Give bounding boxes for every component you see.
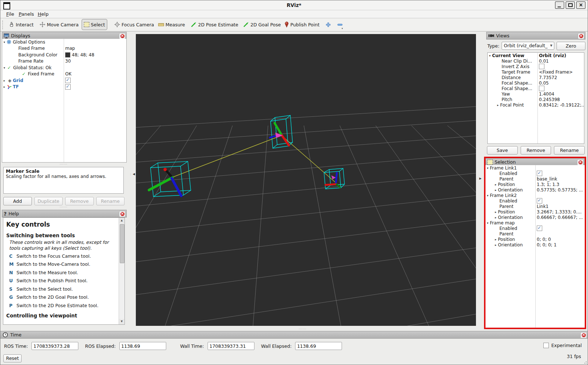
- row-enabled[interactable]: Enabled: [485, 198, 585, 204]
- expand-arrow-icon[interactable]: ▸: [494, 243, 498, 247]
- selection-tree[interactable]: ▾Frame Link1 Enabled Parentbase_link ▸Po…: [485, 165, 585, 328]
- row-global-options[interactable]: ▾Global Options: [2, 39, 126, 45]
- resize-grip[interactable]: [583, 360, 587, 364]
- row-position[interactable]: ▸Position3.2667; 1.3333; 0....: [485, 209, 585, 215]
- expand-arrow-icon[interactable]: ▸: [2, 85, 7, 89]
- save-button[interactable]: Save: [487, 146, 518, 154]
- menu-panels[interactable]: Panels: [17, 11, 36, 17]
- ros-elapsed-input[interactable]: [119, 342, 166, 350]
- splitter-handle[interactable]: ······: [60, 163, 67, 166]
- expand-arrow-icon[interactable]: ▸: [494, 210, 498, 214]
- left-splitter-collapse[interactable]: ⋮ ◀: [129, 172, 135, 176]
- minimize-button[interactable]: [555, 1, 564, 9]
- property-value[interactable]: 30: [65, 59, 71, 64]
- close-panel-button[interactable]: [578, 33, 584, 39]
- tf-frame-link1[interactable]: [270, 115, 293, 148]
- row-global-status[interactable]: ▾✓Global Status: Ok: [2, 64, 126, 71]
- rename-button[interactable]: Rename: [554, 146, 585, 154]
- property-checkbox[interactable]: [537, 198, 542, 204]
- expand-arrow-icon[interactable]: ▸: [494, 183, 498, 186]
- row-current-view[interactable]: ▾Current ViewOrbit (rviz): [488, 53, 584, 58]
- remove-tool-button[interactable]: ▾: [336, 21, 344, 29]
- time-header[interactable]: Time: [0, 331, 588, 339]
- tool-measure[interactable]: Measure: [156, 19, 187, 30]
- expand-arrow-icon[interactable]: ▸: [494, 238, 498, 241]
- row-background-color[interactable]: Background Color48; 48; 48: [2, 52, 126, 58]
- displays-tree[interactable]: ▾Global Options Fixed Framemap Backgroun…: [2, 39, 127, 163]
- reset-button[interactable]: Reset: [3, 354, 22, 362]
- row-focal-point[interactable]: ▸Focal Point0.83412; -0.19122;...: [488, 102, 584, 108]
- view-type-dropdown[interactable]: Orbit (rviz_default_▼: [502, 42, 554, 50]
- property-value[interactable]: 48; 48; 48: [65, 52, 94, 57]
- collapse-arrow-icon[interactable]: ▾: [485, 166, 490, 170]
- property-checkbox[interactable]: [539, 64, 544, 69]
- collapse-arrow-icon[interactable]: ▾: [2, 40, 7, 44]
- property-checkbox[interactable]: [537, 171, 542, 176]
- menu-help[interactable]: Help: [36, 11, 50, 17]
- row-fixed-frame-status[interactable]: ✓Fixed FrameOK: [2, 71, 126, 78]
- expand-arrow-icon[interactable]: ▸: [2, 79, 7, 82]
- property-value[interactable]: 1.4004: [539, 92, 554, 97]
- row-distance[interactable]: Distance7.73572: [488, 75, 584, 80]
- row-orientation[interactable]: ▸Orientation0; 0; 0; 1: [485, 242, 585, 247]
- row-near-clip[interactable]: Near Clip Di...0.01: [488, 58, 584, 64]
- experimental-checkbox[interactable]: [543, 343, 549, 348]
- views-tree[interactable]: ▾Current ViewOrbit (rviz) Near Clip Di..…: [487, 52, 584, 144]
- toolbar-drag-handle[interactable]: [2, 21, 4, 29]
- scrollbar[interactable]: ▲ ▼: [119, 218, 124, 324]
- row-orientation[interactable]: ▸Orientation0.66667; 0.66667; ...: [485, 215, 585, 220]
- remove-button[interactable]: Remove: [521, 146, 551, 154]
- expand-arrow-icon[interactable]: ▸: [494, 216, 498, 219]
- expand-arrow-icon[interactable]: ▸: [494, 188, 498, 192]
- expand-arrow-icon[interactable]: ▸: [496, 103, 500, 107]
- property-value[interactable]: 0.83412; -0.19122;...: [539, 103, 584, 108]
- remove-button[interactable]: Remove: [65, 197, 94, 205]
- experimental-toggle[interactable]: Experimental: [543, 343, 582, 348]
- row-enabled[interactable]: Enabled: [485, 226, 585, 231]
- splitter-handle[interactable]: ······: [299, 328, 306, 331]
- row-frame-map[interactable]: ▾Frame map: [485, 220, 585, 226]
- displays-header[interactable]: Displays: [2, 32, 127, 40]
- row-focal-shape-fixed[interactable]: Focal Shape...: [488, 86, 584, 91]
- row-grid-display[interactable]: ▸◈Grid: [2, 77, 126, 84]
- maximize-button[interactable]: [566, 1, 575, 9]
- enabled-checkbox[interactable]: [65, 78, 71, 83]
- property-checkbox[interactable]: [537, 226, 542, 231]
- add-tool-button[interactable]: [324, 21, 332, 29]
- duplicate-button[interactable]: Duplicate: [34, 197, 63, 205]
- close-panel-button[interactable]: [119, 33, 126, 39]
- add-button[interactable]: Add: [3, 197, 32, 205]
- right-splitter-collapse[interactable]: ▶: [479, 177, 481, 180]
- help-header[interactable]: ? Help: [2, 210, 127, 217]
- wall-time-input[interactable]: [208, 342, 254, 350]
- property-checkbox[interactable]: [539, 86, 544, 91]
- ros-time-input[interactable]: [31, 342, 78, 350]
- row-position[interactable]: ▸Position1.3; 1; 1.3: [485, 182, 585, 187]
- menu-file[interactable]: File: [5, 11, 16, 17]
- tool-2d-goal-pose[interactable]: 2D Goal Pose: [241, 19, 283, 30]
- row-pitch[interactable]: Pitch0.245398: [488, 97, 584, 102]
- row-frame-link2[interactable]: ▾Frame Link2: [485, 193, 585, 198]
- property-value[interactable]: 0.245398: [539, 97, 560, 102]
- row-orientation[interactable]: ▸Orientation0.57735; 0.57735; ...: [485, 187, 585, 193]
- row-tf-display[interactable]: ▸TF: [2, 84, 126, 90]
- property-value[interactable]: <Fixed Frame>: [539, 70, 573, 75]
- splitter-handle[interactable]: ······: [60, 206, 67, 209]
- row-enabled[interactable]: Enabled: [485, 171, 585, 176]
- row-invert-z[interactable]: Invert Z Axis: [488, 64, 584, 69]
- tool-interact[interactable]: Interact: [6, 19, 36, 30]
- collapse-arrow-icon[interactable]: ▾: [485, 194, 490, 197]
- row-yaw[interactable]: Yaw1.4004: [488, 91, 584, 97]
- close-button[interactable]: ×: [576, 1, 585, 9]
- row-frame-link1[interactable]: ▾Frame Link1: [485, 165, 585, 171]
- 3d-viewport[interactable]: [136, 34, 476, 326]
- row-position[interactable]: ▸Position0; 0; 0: [485, 236, 585, 242]
- tf-frame-link2[interactable]: [324, 168, 345, 189]
- views-header[interactable]: Views: [486, 32, 585, 40]
- collapse-arrow-icon[interactable]: ▾: [2, 66, 7, 70]
- scrollbar-thumb[interactable]: [120, 224, 124, 263]
- collapse-arrow-icon[interactable]: ▾: [488, 54, 492, 57]
- row-parent[interactable]: Parentbase_link: [485, 176, 585, 182]
- rename-button[interactable]: Rename: [96, 197, 125, 205]
- wall-elapsed-input[interactable]: [295, 342, 342, 350]
